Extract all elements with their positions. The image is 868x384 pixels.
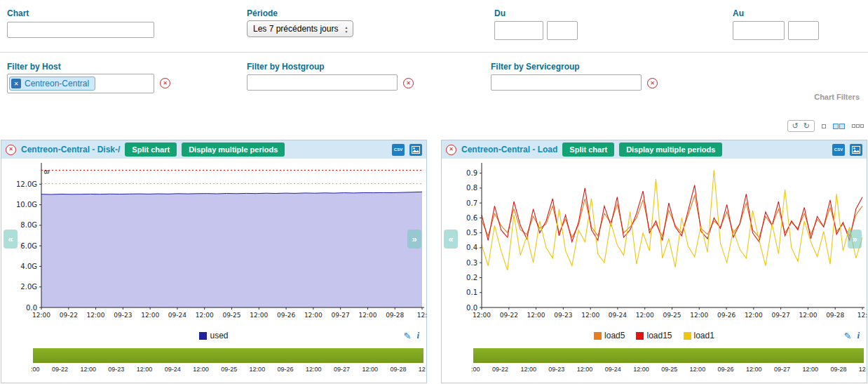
scroll-right-button[interactable]: » [848,230,862,249]
export-csv-icon[interactable]: CSV [832,144,845,156]
au-date-input[interactable] [733,21,785,40]
one-column-view-icon[interactable] [822,124,826,128]
periode-selected-value: Les 7 précédents jours [253,24,338,34]
panel-header: ✕ Centreon-Central - Load Split chart Di… [442,140,867,159]
filter-by-servicegroup-label: Filter by Servicegroup [491,62,580,72]
timeline-label: 09-27 [774,366,790,373]
svg-text:0.1: 0.1 [466,289,477,296]
svg-text:12:00: 12:00 [473,312,491,319]
export-image-icon[interactable] [850,144,862,156]
svg-text:0.8: 0.8 [466,184,477,192]
svg-text:12:00: 12:00 [87,312,105,319]
legend-item-load15[interactable]: load15 [636,331,672,340]
timeline-labels: :0009-2212:0009-2312:0009-2412:0009-2512… [31,366,426,373]
three-column-view-icon[interactable] [852,124,864,128]
au-time-input[interactable] [788,21,819,40]
svg-text:0.6: 0.6 [466,214,477,222]
edit-icon[interactable]: ✎ [403,331,411,341]
svg-text:12:00: 12:00 [527,312,545,319]
timeline-label: 09-23 [548,366,564,373]
svg-text:12:00: 12:00 [32,312,50,319]
servicegroup-filter-input[interactable] [491,74,642,91]
timeline-label: 12:00 [577,366,593,373]
auto-refresh-icon[interactable]: ↻ [803,121,810,131]
timeline-slider[interactable] [33,348,423,363]
svg-text:2.0G: 2.0G [20,283,37,291]
svg-text:B: B [43,170,50,174]
svg-text:09-27: 09-27 [772,312,790,319]
refresh-icon[interactable]: ↺ [792,121,799,131]
split-chart-button[interactable]: Split chart [125,143,177,157]
svg-text:0.9: 0.9 [466,169,477,177]
chart-legend: load5load15load1 [442,331,867,340]
refresh-controls: ↺ ↻ [787,120,815,132]
filter-by-host-label: Filter by Host [7,62,61,72]
disk-usage-chart: 0.02.0G4.0G6.0G8.0G10.0G12.0G12:0009-221… [1,160,428,323]
close-chart-icon[interactable]: ✕ [446,145,456,155]
timeline-labels: :0009-2212:0009-2312:0009-2412:0009-2512… [471,366,866,373]
clear-servicegroup-filter-icon[interactable]: ✕ [647,78,658,88]
svg-text:12:00: 12:00 [745,312,763,319]
timeline-slider[interactable] [473,348,864,363]
chart-filter-input[interactable] [7,22,154,38]
periode-select[interactable]: Les 7 précédents jours ▲ ▼ [247,20,353,37]
info-icon[interactable]: i [857,330,860,341]
svg-text:12.0G: 12.0G [16,180,37,188]
filter-divider [0,52,868,53]
svg-text:0.2: 0.2 [466,274,477,282]
chart-legend: used [1,331,426,340]
remove-host-tag-icon[interactable]: ✕ [11,79,21,88]
split-chart-button[interactable]: Split chart [562,143,614,157]
timeline-label: 09-25 [221,366,237,373]
legend-label: used [210,331,228,340]
legend-swatch [636,332,644,340]
timeline-label: 09-26 [278,366,294,373]
svg-text:12:00: 12:00 [141,312,159,319]
svg-text:09-25: 09-25 [222,312,240,319]
svg-text:0.5: 0.5 [466,229,477,237]
timeline-label: 12:00 [362,366,378,373]
display-multiple-periods-button[interactable]: Display multiple periods [619,143,722,157]
svg-text:09-26: 09-26 [717,312,735,319]
view-toolbar: ↺ ↻ [787,120,864,132]
host-filter-input[interactable]: ✕ Centreon-Central [7,74,154,93]
legend-item-used[interactable]: used [199,331,228,340]
host-tag-label: Centreon-Central [25,79,89,88]
export-image-icon[interactable] [409,144,422,156]
scroll-left-button[interactable]: « [444,230,458,249]
legend-swatch [684,332,691,340]
timeline-label: 12:00 [137,366,153,373]
export-csv-icon[interactable]: CSV [392,144,405,156]
edit-icon[interactable]: ✎ [843,331,851,341]
panel-header: ✕ Centreon-Central - Disk-/ Split chart … [1,140,426,159]
legend-swatch [199,332,207,340]
svg-text:09-25: 09-25 [663,312,681,319]
legend-item-load1[interactable]: load1 [684,331,714,340]
timeline-label: 12:00 [746,366,762,373]
svg-text:12:00: 12:00 [196,312,214,319]
info-icon[interactable]: i [416,330,419,341]
timeline-label: 12:00 [193,366,209,373]
clear-host-filter-icon[interactable]: ✕ [160,78,170,88]
chart-filter-label: Chart [7,8,29,18]
chart-panel-disk: ✕ Centreon-Central - Disk-/ Split chart … [1,140,427,383]
display-multiple-periods-button[interactable]: Display multiple periods [182,143,285,157]
svg-text:09-23: 09-23 [554,312,572,319]
close-chart-icon[interactable]: ✕ [6,145,16,155]
two-column-view-icon[interactable] [833,124,845,129]
scroll-left-button[interactable]: « [4,230,18,249]
legend-item-load5[interactable]: load5 [594,331,625,340]
timeline-label: 09-27 [334,366,350,373]
timeline-label: 12:00 [306,366,322,373]
host-tag: ✕ Centreon-Central [9,77,95,91]
scroll-right-button[interactable]: » [407,230,421,249]
hostgroup-filter-input[interactable] [247,74,398,91]
du-date-input[interactable] [494,21,543,40]
clear-hostgroup-filter-icon[interactable]: ✕ [403,78,414,88]
centreon-performance-graphs-page: Chart Période Les 7 précédents jours ▲ ▼… [0,0,868,384]
load-chart: 0.00.10.20.30.40.50.60.70.80.912:0009-22… [442,160,868,323]
legend-label: load15 [646,331,672,340]
chart-title: Centreon-Central - Load [461,145,557,154]
du-time-input[interactable] [547,21,578,40]
au-label: Au [733,8,744,18]
